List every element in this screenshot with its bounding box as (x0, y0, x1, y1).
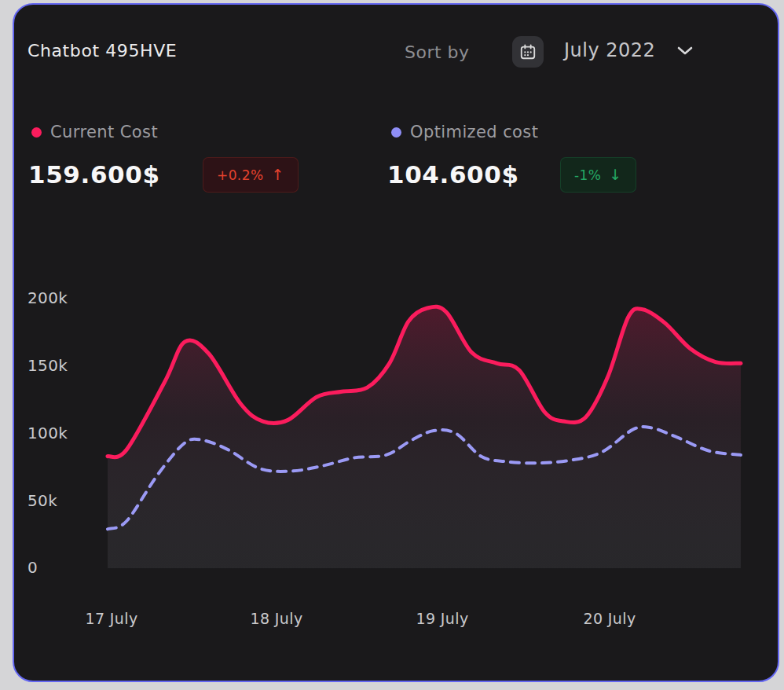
current-cost-change-text: +0.2% (217, 167, 263, 183)
x-axis-tick: 18 July (250, 610, 302, 627)
trend-up-icon: ↑ (271, 167, 284, 182)
y-axis-tick: 0 (27, 558, 38, 577)
optimized-cost-change-text: -1% (574, 167, 601, 183)
x-axis-tick: 20 July (583, 610, 636, 627)
calendar-button[interactable] (512, 36, 544, 68)
current-cost-label: Current Cost (50, 123, 158, 141)
dashboard-card: Chatbot 495HVE Sort by July 2022 Current… (13, 3, 779, 682)
x-axis-tick: 19 July (416, 610, 468, 627)
current-cost-change-badge: +0.2% ↑ (203, 157, 299, 193)
optimized-cost-legend: Optimized cost (391, 123, 538, 141)
period-selector[interactable]: July 2022 (564, 39, 693, 61)
y-axis-tick: 100k (27, 424, 68, 442)
chevron-down-icon (677, 46, 693, 55)
y-axis-tick: 200k (27, 288, 68, 307)
current-cost-value: 159.600$ (28, 160, 160, 189)
x-axis-tick: 17 July (85, 610, 137, 627)
calendar-icon (519, 43, 537, 61)
optimized-cost-value: 104.600$ (387, 160, 519, 189)
current-cost-legend: Current Cost (31, 123, 158, 141)
trend-down-icon: ↓ (609, 167, 621, 182)
y-axis-tick: 150k (27, 356, 68, 375)
sort-by-label: Sort by (405, 42, 470, 62)
page-title: Chatbot 495HVE (27, 41, 177, 61)
cost-chart (14, 5, 778, 681)
y-axis-tick: 50k (27, 491, 57, 510)
period-value: July 2022 (564, 39, 655, 61)
optimized-cost-dot-icon (391, 127, 401, 138)
current-cost-dot-icon (31, 127, 42, 138)
optimized-cost-change-badge: -1% ↓ (560, 157, 636, 193)
optimized-cost-label: Optimized cost (410, 123, 538, 141)
